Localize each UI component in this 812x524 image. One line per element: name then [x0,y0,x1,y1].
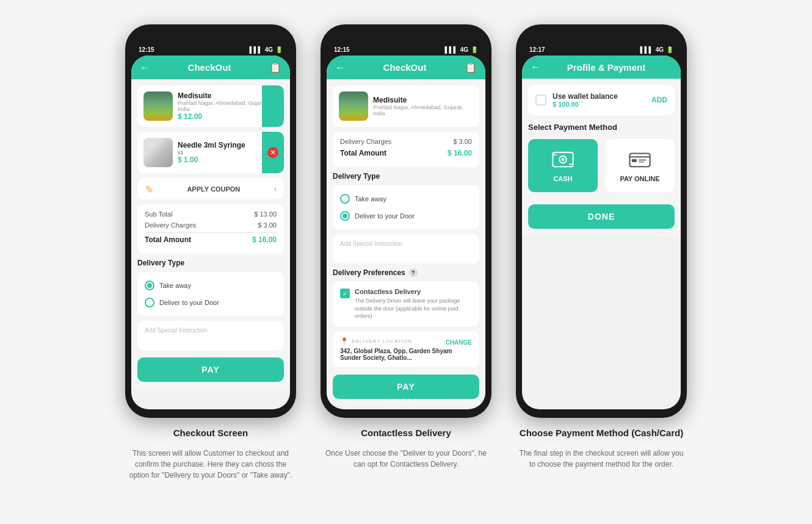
phone1-notch [183,33,238,44]
phone2-radio-takeaway [340,194,350,204]
phone3-status-bar: 12:17 ▌▌▌ 4G 🔋 [522,46,681,56]
caption3-title: Choose Payment Method (Cash/Card) [520,428,683,438]
phone3-back-arrow[interactable]: ← [531,62,540,73]
contactless-title: Contactless Delivery [355,288,472,295]
total-row: Total Amount $ 16.00 [145,235,277,244]
product1-teal-bar [262,85,284,127]
option-deliver[interactable]: Deliver to your Door [145,294,277,311]
phone2-body: Medisuite Prahlad Nagar, Ahmedabad, Guja… [327,79,485,405]
total-label: Total Amount [145,235,191,244]
phone2-option-takeaway[interactable]: Take away [340,190,472,207]
caption1-title: Checkout Screen [173,428,248,438]
phone1-screen: ← CheckOut 📋 Medisuite Prahlad Nagar, Ah… [131,56,290,409]
svg-rect-7 [632,159,637,162]
phone1-back-arrow[interactable]: ← [140,62,150,73]
phone2-header: ← CheckOut 📋 [327,56,485,79]
location-label: 📍 DELIVERY LOCATION [340,337,412,345]
phone2-delivery-val: $ 3.00 [453,138,472,145]
phone3-header: ← Profile & Payment [522,56,681,79]
wallet-checkbox[interactable] [535,95,546,106]
phone2-header-title: CheckOut [383,62,427,73]
done-button[interactable]: DONE [528,204,675,229]
location-card: 📍 DELIVERY LOCATION CHANGE 342, Global P… [333,331,479,367]
delivery-type-label: Delivery Type [137,259,284,267]
phone2-back-arrow[interactable]: ← [335,62,345,73]
location-label-text: DELIVERY LOCATION [352,339,412,344]
phone3-body: Use wallet balance $ 100.00 ADD Select P… [522,79,681,235]
phone2-delivery-type-label: Delivery Type [333,172,479,181]
contactless-checkbox[interactable]: ✓ [340,289,350,298]
wallet-info: Use wallet balance $ 100.00 [553,92,645,108]
phone2-product-name: Medisuite [373,96,473,104]
phone2-delivery-row: Delivery Charges $ 3.00 [340,138,472,145]
phone2-signal-icon: ▌▌▌ [444,46,457,53]
phone2-product-img [339,92,368,121]
coupon-label: APPLY COUPON [187,185,240,193]
location-pin-icon: 📍 [340,337,349,345]
phone1-header-title: CheckOut [188,62,231,73]
phone3-status-right: ▌▌▌ 4G 🔋 [640,46,673,53]
online-method-card[interactable]: PAY ONLINE [605,139,675,192]
phone2-radio-deliver-outer [340,211,350,221]
subtotal-val: $ 13.00 [254,210,277,218]
option-takeaway-label: Take away [159,282,191,289]
wallet-card: Use wallet balance $ 100.00 ADD [528,85,675,115]
phone1-col: 12:15 ▌▌▌ 4G 🔋 ← CheckOut 📋 [125,24,296,481]
contactless-text: Contactless Delivery The Delivery Driver… [355,288,472,320]
subtotal-label: Sub Total [145,210,173,218]
phone2-total-label: Total Amount [340,149,386,157]
wallet-label: Use wallet balance [553,92,645,101]
caption2-text: Once User choose the "Deliver to your Do… [324,448,488,470]
total-val: $ 16.00 [252,235,277,244]
card-icon [628,149,652,170]
cash-method-card[interactable]: CASH [528,139,598,192]
subtotal-row: Sub Total $ 13.00 [145,210,277,218]
product1-img [143,92,173,121]
phone2-pay-button[interactable]: PAY [333,375,479,399]
phone3-time: 12:17 [529,46,545,53]
needle-img [143,138,173,167]
phone2-option-deliver[interactable]: Deliver to your Door [340,207,472,224]
phone2-status-bar: 12:15 ▌▌▌ 4G 🔋 [327,46,485,56]
delivery-charges-val: $ 3.00 [258,221,277,229]
product2-remove-btn[interactable]: ✕ [267,147,278,158]
loc-header: 📍 DELIVERY LOCATION CHANGE [340,337,472,348]
product2-teal-bar: ✕ [262,132,284,173]
wallet-add-btn[interactable]: ADD [651,96,667,104]
payment-methods: CASH PAY ONLINE [528,139,675,192]
phone3-signal-icon: ▌▌▌ [640,46,653,53]
caption1-text: This screen will allow Customer to check… [128,448,293,481]
phone2-total-val: $ 16.00 [448,149,472,157]
product2-card: Needle 3ml Syringe x1 $ 1.00 ✕ [137,132,284,173]
phone2-instruction-box[interactable]: Add Special Instruction [333,234,479,264]
option-takeaway[interactable]: Take away [145,277,277,294]
phone1-status-bar: 12:15 ▌▌▌ 4G 🔋 [131,46,290,56]
phone1-status-right: ▌▌▌ 4G 🔋 [249,46,283,53]
delivery-options: Take away Deliver to your Door [137,272,284,316]
phone3-network: 4G [656,46,664,53]
phone2-clipboard-icon: 📋 [465,62,477,73]
pay-button[interactable]: PAY [137,357,284,382]
cash-method-label: CASH [553,175,572,182]
phone2-col: 12:15 ▌▌▌ 4G 🔋 ← CheckOut 📋 [321,24,491,470]
online-method-label: PAY ONLINE [620,175,659,182]
coupon-chevron: › [274,184,277,193]
phone3-battery-icon: 🔋 [666,46,673,53]
phone3-header-title: Profile & Payment [567,62,645,73]
phone1-frame: 12:15 ▌▌▌ 4G 🔋 ← CheckOut 📋 [125,24,296,418]
wallet-amount: $ 100.00 [553,101,645,108]
phone2-network: 4G [460,46,468,53]
phone3-col: 12:17 ▌▌▌ 4G 🔋 ← Profile & Payment [516,24,687,470]
phone2-product-card: Medisuite Prahlad Nagar, Ahmedabad, Guja… [333,85,479,127]
cash-icon [551,149,575,170]
phone1-summary: Sub Total $ 13.00 Delivery Charges $ 3.0… [137,204,284,254]
radio-deliver-outer [145,298,154,307]
change-location-btn[interactable]: CHANGE [446,339,472,346]
instruction-box[interactable]: Add Special Instruction [137,321,284,350]
product1-card: Medisuite Prahlad Nagar, Ahmedabad, Guja… [137,85,284,127]
coupon-row[interactable]: 🏷️ APPLY COUPON › [137,178,284,199]
help-icon: ? [409,268,418,277]
location-addr: 342, Global Plaza, Opp. Garden Shyam Sun… [340,348,472,361]
phone2-delivery-options: Take away Deliver to your Door [333,185,479,229]
phone2-time: 12:15 [334,46,350,53]
